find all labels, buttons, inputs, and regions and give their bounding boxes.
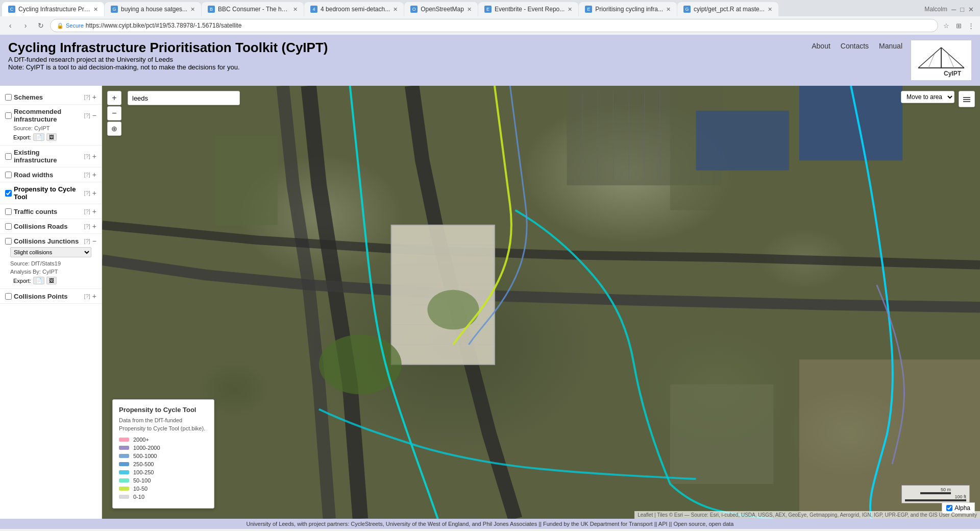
export-img-collisions-junctions[interactable]: 🖼	[46, 277, 57, 284]
maximize-btn[interactable]: □	[960, 6, 964, 13]
source-text-collisions-junctions: Source: DfT/Stats19	[5, 259, 96, 268]
help-collisions-points[interactable]: [?]	[84, 293, 90, 299]
map-area[interactable]: + − ⊕ leeds Mo	[102, 86, 980, 519]
help-existing-infrastructure[interactable]: [?]	[84, 153, 90, 159]
sidebar-label-propensity-to-cycle: Propensity to Cycle Tool	[14, 185, 81, 201]
tab-favicon: G	[111, 6, 118, 13]
legend-title: Propensity to Cycle Tool	[119, 406, 208, 414]
checkbox-collisions-roads[interactable]	[5, 223, 12, 230]
extensions-icon[interactable]: ⊞	[953, 20, 964, 31]
checkbox-collisions-junctions[interactable]	[5, 238, 12, 245]
close-btn[interactable]: ✕	[968, 6, 974, 13]
legend-item-label: 2000+	[133, 437, 149, 443]
reload-button[interactable]: ↻	[35, 19, 47, 32]
scale-bar: 50 m 100 ft	[901, 485, 970, 503]
help-road-widths[interactable]: [?]	[84, 172, 90, 178]
legend-item: 500-1000	[119, 453, 208, 459]
tab-close-t7[interactable]: ✕	[663, 6, 671, 13]
about-link[interactable]: About	[812, 42, 830, 50]
browser-tab-t3[interactable]: BBBC Consumer - The ho...✕	[202, 2, 304, 16]
layers-button[interactable]	[959, 91, 975, 107]
expand-propensity-to-cycle[interactable]: +	[92, 189, 96, 197]
sidebar-label-existing-infrastructure: Existing infrastructure	[14, 149, 81, 164]
expand-traffic-counts[interactable]: +	[92, 207, 96, 215]
tab-close-t5[interactable]: ✕	[464, 6, 472, 13]
expand-existing-infrastructure[interactable]: +	[92, 152, 96, 160]
tab-close-t4[interactable]: ✕	[390, 6, 398, 13]
expand-schemes[interactable]: +	[92, 93, 96, 101]
expand-collisions-points[interactable]: +	[92, 292, 96, 300]
back-button[interactable]: ‹	[4, 19, 16, 32]
tab-close-t6[interactable]: ✕	[565, 6, 572, 13]
browser-tab-t5[interactable]: OOpenStreetMap✕	[404, 2, 478, 16]
legend-item: 2000+	[119, 437, 208, 443]
checkbox-collisions-points[interactable]	[5, 293, 12, 300]
checkbox-recommended-infrastructure[interactable]	[5, 112, 12, 119]
browser-tab-t8[interactable]: Gcyipt/get_pct.R at maste...✕	[677, 2, 778, 16]
tab-close-t2[interactable]: ✕	[187, 6, 195, 13]
browser-tab-t6[interactable]: EEventbrite - Event Repo...✕	[478, 2, 578, 16]
contacts-link[interactable]: Contacts	[841, 42, 869, 50]
svg-rect-17	[216, 135, 278, 225]
help-recommended-infrastructure[interactable]: [?]	[84, 112, 90, 118]
tab-favicon: C	[8, 6, 15, 13]
minimize-btn[interactable]: ─	[951, 6, 956, 13]
tab-label: 4 bedroom semi-detach...	[321, 6, 390, 13]
tab-close-t8[interactable]: ✕	[765, 6, 772, 13]
export-img-recommended-infrastructure[interactable]: 🖼	[46, 133, 57, 141]
alpha-checkbox[interactable]	[946, 505, 952, 511]
search-input[interactable]: leeds	[128, 91, 240, 105]
logo-container: CyIPT	[911, 40, 972, 81]
zoom-out-button[interactable]: −	[107, 106, 121, 120]
map-controls: + − ⊕	[107, 91, 121, 136]
legend-item-label: 250-500	[133, 461, 154, 467]
tab-close-t1[interactable]: ✕	[90, 6, 98, 13]
checkbox-propensity-to-cycle[interactable]	[5, 190, 12, 197]
move-to-area-select[interactable]: Move to areaLeedsManchesterBirminghamLon…	[901, 91, 954, 103]
header-subtitle: A DfT-funded research project at the Uni…	[8, 56, 328, 63]
checkbox-existing-infrastructure[interactable]	[5, 153, 12, 160]
expand-road-widths[interactable]: +	[92, 171, 96, 179]
expand-collisions-roads[interactable]: +	[92, 222, 96, 230]
help-collisions-junctions[interactable]: [?]	[84, 238, 90, 244]
expand-collisions-junctions[interactable]: −	[92, 237, 96, 245]
zoom-in-button[interactable]: +	[107, 91, 121, 105]
dropdown-collisions-junctions[interactable]: Slight collisionsSerious collisionsFatal…	[10, 247, 91, 257]
manual-link[interactable]: Manual	[879, 42, 902, 50]
sidebar-item-header-collisions-points: Collisions Points [?] +	[5, 292, 96, 300]
forward-button[interactable]: ›	[19, 19, 32, 32]
help-traffic-counts[interactable]: [?]	[84, 208, 90, 214]
tab-favicon: 4	[310, 6, 317, 13]
browser-chrome: CCycling Infrastructure Pri...✕Gbuying a…	[0, 0, 980, 35]
map-overlay	[102, 86, 980, 519]
bookmark-icon[interactable]: ☆	[941, 20, 951, 31]
export-csv-collisions-junctions[interactable]: 📄	[33, 277, 44, 284]
header-left: Cycling Infrastructure Prioritisation To…	[8, 40, 328, 71]
expand-recommended-infrastructure[interactable]: −	[92, 111, 96, 119]
user-label: Malcolm	[924, 6, 947, 13]
legend-color-swatch	[119, 454, 129, 458]
sidebar-label-collisions-roads: Collisions Roads	[14, 223, 81, 230]
tab-close-t3[interactable]: ✕	[290, 6, 298, 13]
help-schemes[interactable]: [?]	[84, 94, 90, 100]
legend-item-label: 0-10	[133, 494, 144, 500]
browser-tab-t1[interactable]: CCycling Infrastructure Pri...✕	[2, 2, 104, 16]
checkbox-traffic-counts[interactable]	[5, 208, 12, 215]
help-collisions-roads[interactable]: [?]	[84, 223, 90, 229]
sidebar-item-road-widths: Road widths [?] +	[0, 167, 102, 182]
legend-item: 1000-2000	[119, 445, 208, 451]
checkbox-road-widths[interactable]	[5, 172, 12, 178]
locate-button[interactable]: ⊕	[107, 122, 121, 136]
sidebar-item-schemes: Schemes [?] +	[0, 90, 102, 105]
help-propensity-to-cycle[interactable]: [?]	[84, 190, 90, 196]
checkbox-schemes[interactable]	[5, 94, 12, 101]
app-title: Cycling Infrastructure Prioritisation To…	[8, 40, 328, 56]
browser-tab-t4[interactable]: 44 bedroom semi-detach...✕	[304, 2, 404, 16]
menu-icon[interactable]: ⋮	[966, 20, 976, 31]
source-recommended-infrastructure: Source: CyIPT	[5, 123, 96, 132]
sidebar-item-propensity-to-cycle: Propensity to Cycle Tool [?] +	[0, 182, 102, 204]
browser-tab-t2[interactable]: Gbuying a house satges...✕	[105, 2, 201, 16]
browser-tab-t7[interactable]: EPrioritising cycling infra...✕	[579, 2, 677, 16]
export-csv-recommended-infrastructure[interactable]: 📄	[33, 133, 44, 141]
tab-label: buying a house satges...	[121, 6, 187, 13]
